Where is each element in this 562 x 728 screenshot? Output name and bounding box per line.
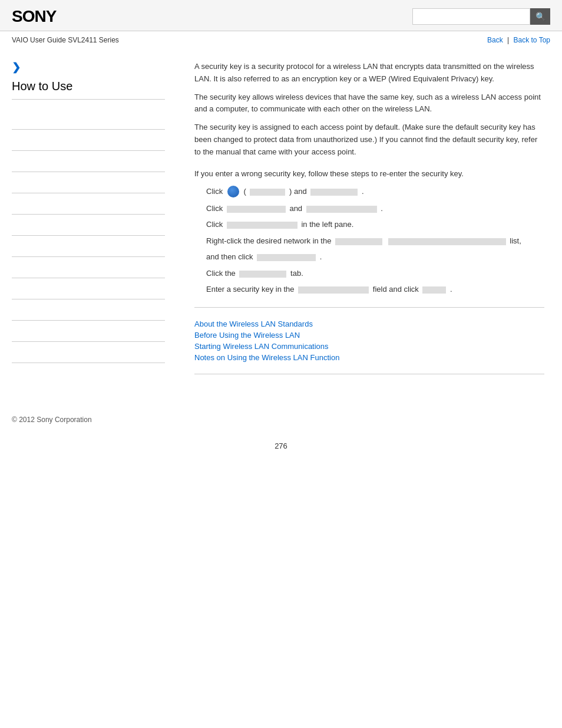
link-wireless-standards[interactable]: About the Wireless LAN Standards bbox=[194, 319, 544, 328]
steps-list: Click ( ) and . Click and bbox=[206, 186, 544, 295]
steps-intro: If you enter a wrong security key, follo… bbox=[194, 168, 544, 180]
sidebar-item bbox=[12, 151, 165, 172]
sub-header: VAIO User Guide SVL2411 Series Back | Ba… bbox=[0, 31, 562, 49]
sidebar-item bbox=[12, 215, 165, 236]
step-3-content: Click in the left pane. bbox=[206, 219, 544, 230]
nav-links: Back | Back to Top bbox=[487, 36, 550, 44]
content-divider-2 bbox=[194, 374, 544, 374]
copyright: © 2012 Sony Corporation bbox=[12, 416, 92, 424]
step-4b: and then click . bbox=[206, 251, 544, 263]
step-5-item bbox=[239, 271, 286, 278]
sidebar-item bbox=[12, 172, 165, 193]
main-container: ❯ How to Use A security key is a securit… bbox=[0, 49, 562, 398]
step-4b-text: and then click bbox=[206, 252, 255, 261]
step-4b-content: and then click . bbox=[206, 251, 544, 263]
back-to-top-link[interactable]: Back to Top bbox=[514, 36, 550, 44]
link-before-wireless[interactable]: Before Using the Wireless LAN bbox=[194, 331, 544, 340]
step-4-item2 bbox=[388, 238, 506, 245]
content-divider bbox=[194, 307, 544, 308]
link-starting-wireless[interactable]: Starting Wireless LAN Communications bbox=[194, 342, 544, 351]
step-2-item2 bbox=[306, 206, 377, 213]
sidebar-item bbox=[12, 257, 165, 278]
footer: © 2012 Sony Corporation bbox=[0, 410, 562, 430]
back-link[interactable]: Back bbox=[487, 36, 503, 44]
sidebar-title: How to Use bbox=[12, 80, 165, 100]
step-3-rest: in the left pane. bbox=[301, 220, 353, 229]
step-2-click: Click bbox=[206, 204, 225, 213]
content: A security key is a security protocol fo… bbox=[177, 49, 562, 398]
step-2-content: Click and . bbox=[206, 203, 544, 215]
step-6-btn bbox=[422, 286, 446, 294]
paragraph-3: The security key is assigned to each acc… bbox=[194, 121, 544, 158]
link-notes-wireless[interactable]: Notes on Using the Wireless LAN Function bbox=[194, 353, 544, 362]
step-2-item1 bbox=[227, 206, 286, 213]
step-4b-item bbox=[257, 254, 316, 261]
sidebar-item bbox=[12, 299, 165, 321]
step-5-tab: tab. bbox=[290, 269, 303, 278]
step-6-item bbox=[298, 286, 369, 294]
paragraph-1: A security key is a security protocol fo… bbox=[194, 61, 544, 85]
search-input[interactable] bbox=[412, 8, 530, 25]
sidebar-item bbox=[12, 108, 165, 130]
step-5-content: Click the tab. bbox=[206, 268, 544, 279]
step-4b-period: . bbox=[320, 252, 322, 261]
step-2-and: and bbox=[289, 204, 304, 213]
step-1-paren: ( bbox=[243, 187, 246, 196]
step-3: Click in the left pane. bbox=[206, 219, 544, 230]
content-body: A security key is a security protocol fo… bbox=[194, 61, 544, 374]
search-box: 🔍 bbox=[412, 8, 550, 25]
step-5-click: Click the bbox=[206, 269, 237, 278]
sidebar: ❯ How to Use bbox=[0, 49, 177, 398]
step-6-content: Enter a security key in the field and cl… bbox=[206, 284, 544, 295]
sidebar-chevron-icon: ❯ bbox=[12, 61, 165, 74]
step-1-period: . bbox=[362, 187, 364, 196]
step-1-content: Click ( ) and . bbox=[206, 186, 544, 198]
sidebar-item bbox=[12, 236, 165, 257]
step-1-click: Click bbox=[206, 187, 225, 196]
step-4-content: Right-click the desired network in the l… bbox=[206, 235, 544, 247]
sony-logo: SONY bbox=[12, 7, 56, 26]
sidebar-item bbox=[12, 278, 165, 299]
related-links: About the Wireless LAN Standards Before … bbox=[194, 319, 544, 362]
step-1-item bbox=[310, 189, 358, 196]
step-4-text: Right-click the desired network in the bbox=[206, 236, 333, 245]
step-6: Enter a security key in the field and cl… bbox=[206, 284, 544, 295]
step-3-item bbox=[227, 222, 297, 229]
step-1-placeholder bbox=[250, 189, 285, 196]
step-4-list: list, bbox=[510, 236, 521, 245]
step-6-text: Enter a security key in the bbox=[206, 285, 296, 294]
step-6-period: . bbox=[450, 285, 452, 294]
windows-start-icon bbox=[227, 186, 239, 197]
sidebar-item bbox=[12, 321, 165, 342]
step-2-period: . bbox=[381, 204, 383, 213]
page-number: 276 bbox=[0, 430, 562, 462]
search-button[interactable]: 🔍 bbox=[530, 8, 550, 25]
step-6-field: field and click bbox=[373, 285, 421, 294]
header: SONY 🔍 bbox=[0, 0, 562, 31]
sidebar-item bbox=[12, 193, 165, 215]
sidebar-item bbox=[12, 130, 165, 151]
step-3-click: Click bbox=[206, 220, 225, 229]
step-4: Right-click the desired network in the l… bbox=[206, 235, 544, 247]
sidebar-item bbox=[12, 342, 165, 363]
step-5: Click the tab. bbox=[206, 268, 544, 279]
step-2: Click and . bbox=[206, 203, 544, 215]
paragraph-2: The security key allows wireless devices… bbox=[194, 91, 544, 116]
guide-title: VAIO User Guide SVL2411 Series bbox=[12, 36, 119, 44]
step-1: Click ( ) and . bbox=[206, 186, 544, 198]
step-1-and: ) and bbox=[289, 187, 309, 196]
step-4-item bbox=[335, 238, 382, 245]
nav-separator: | bbox=[507, 36, 509, 44]
